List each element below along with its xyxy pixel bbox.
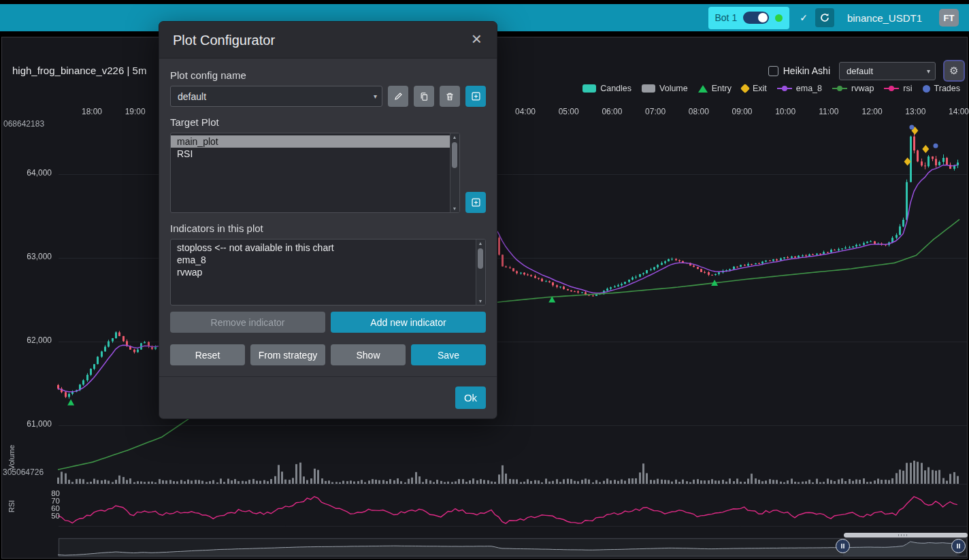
- exchange-account-label: binance_USDT1: [847, 12, 922, 24]
- indicator-item[interactable]: stoploss <-- not available in this chart: [171, 242, 485, 254]
- dialog-body: Plot config name default ▾: [159, 59, 497, 365]
- rvwap-legend-swatch-icon: [832, 88, 847, 89]
- scroll-down-icon[interactable]: ▼: [476, 299, 484, 303]
- dialog-footer: Ok: [159, 376, 497, 418]
- toggle-knob: [758, 13, 768, 22]
- ema_8-legend-swatch-icon: [777, 88, 792, 89]
- config-name-select[interactable]: default ▾: [170, 86, 382, 107]
- bot-name-label: Bot 1: [715, 12, 738, 23]
- plus-square-icon: [471, 91, 481, 101]
- scroll-up-icon[interactable]: ▲: [476, 241, 484, 246]
- remove-indicator-button[interactable]: Remove indicator: [170, 312, 325, 333]
- bot-toggle[interactable]: [743, 12, 769, 24]
- target-plot-item[interactable]: main_plot: [171, 135, 459, 148]
- config-name-label: Plot config name: [170, 69, 486, 81]
- checkbox-box[interactable]: [768, 66, 778, 76]
- dialog-title: Plot Configurator: [173, 33, 275, 48]
- list-scrollbar[interactable]: ▲ ▼: [476, 240, 485, 305]
- exit-legend-swatch-icon: [740, 84, 750, 93]
- candles-legend-swatch-icon: [582, 84, 596, 93]
- handle-grip-icon: [957, 544, 960, 548]
- bot-online-indicator: [775, 14, 783, 22]
- config-actions-row: Reset From strategy Show Save: [170, 344, 486, 365]
- plot-config-select-value: default: [847, 66, 873, 76]
- config-name-row: default ▾: [170, 86, 486, 107]
- chart-controls: Heikin Ashi default ▾ ⚙: [768, 61, 964, 80]
- pencil-icon: [393, 92, 403, 101]
- chart-scrollbar[interactable]: [844, 533, 968, 538]
- refresh-icon: [819, 12, 830, 23]
- add-config-button[interactable]: [465, 86, 486, 107]
- legend-item-Volume[interactable]: Volume: [642, 84, 688, 93]
- indicators-list[interactable]: stoploss <-- not available in this chart…: [170, 239, 486, 306]
- target-plot-list[interactable]: main_plotRSI ▲ ▼: [170, 133, 460, 213]
- from-strategy-button[interactable]: From strategy: [250, 344, 325, 365]
- reset-button[interactable]: Reset: [170, 344, 245, 365]
- copy-icon: [419, 92, 429, 101]
- entry-legend-swatch-icon: [698, 85, 708, 93]
- trades-legend-swatch-icon: [923, 85, 930, 93]
- datazoom-left-handle[interactable]: [836, 539, 850, 553]
- plus-square-icon: [471, 197, 481, 208]
- bot-selector[interactable]: Bot 1: [708, 7, 790, 29]
- refresh-button[interactable]: [815, 8, 834, 27]
- add-plot-button[interactable]: [465, 192, 486, 213]
- indicator-item[interactable]: rvwap: [171, 266, 485, 278]
- delete-config-button[interactable]: [440, 86, 460, 107]
- chart-legend: CandlesVolumeEntryExitema_8rvwaprsiTrade…: [582, 84, 960, 93]
- scroll-up-icon[interactable]: ▲: [450, 135, 459, 139]
- dialog-header: Plot Configurator ×: [159, 22, 497, 59]
- legend-item-rvwap[interactable]: rvwap: [832, 84, 874, 93]
- ok-button[interactable]: Ok: [455, 386, 486, 409]
- scroll-thumb[interactable]: [478, 248, 483, 269]
- legend-item-ema_8[interactable]: ema_8: [777, 84, 822, 93]
- save-button[interactable]: Save: [411, 344, 486, 365]
- scroll-thumb[interactable]: [452, 142, 457, 168]
- legend-item-Entry[interactable]: Entry: [698, 84, 732, 93]
- check-icon: ✓: [800, 12, 808, 23]
- heikin-ashi-checkbox[interactable]: Heikin Ashi: [768, 65, 830, 76]
- scrollbar-grip-icon: [898, 534, 908, 536]
- target-plot-row: main_plotRSI ▲ ▼: [170, 133, 486, 213]
- legend-label: rvwap: [851, 84, 874, 93]
- legend-label: Entry: [712, 84, 732, 93]
- heikin-ashi-label: Heikin Ashi: [783, 65, 830, 76]
- indicators-label: Indicators in this plot: [170, 223, 486, 234]
- config-name-select-value: default: [178, 91, 206, 102]
- legend-label: ema_8: [796, 84, 822, 93]
- show-button[interactable]: Show: [331, 344, 406, 365]
- chevron-down-icon: ▾: [374, 93, 377, 100]
- gear-icon: ⚙: [949, 65, 958, 77]
- legend-label: Candles: [600, 84, 631, 93]
- plot-settings-button[interactable]: ⚙: [945, 61, 964, 80]
- volume-legend-swatch-icon: [642, 84, 655, 93]
- legend-label: Trades: [934, 84, 960, 93]
- trash-icon: [445, 92, 455, 101]
- scroll-down-icon[interactable]: ▼: [450, 206, 459, 211]
- edit-config-button[interactable]: [388, 86, 408, 107]
- app-root: Bot 1 ✓ binance_USDT1 FT high_frog_binan…: [0, 0, 969, 560]
- handle-grip-icon: [841, 544, 844, 548]
- legend-item-Trades[interactable]: Trades: [923, 84, 960, 93]
- chevron-down-icon: ▾: [927, 67, 930, 75]
- rsi-legend-swatch-icon: [884, 88, 899, 89]
- target-plot-label: Target Plot: [170, 116, 486, 128]
- legend-label: Volume: [659, 84, 688, 93]
- target-plot-item[interactable]: RSI: [171, 148, 459, 160]
- plot-configurator-dialog: Plot Configurator × Plot config name def…: [159, 21, 497, 419]
- chart-title: high_frog_binance_v226 | 5m: [12, 65, 146, 76]
- add-new-indicator-button[interactable]: Add new indicator: [331, 312, 486, 333]
- duplicate-config-button[interactable]: [414, 86, 434, 107]
- legend-item-Candles[interactable]: Candles: [582, 84, 631, 93]
- legend-item-Exit[interactable]: Exit: [742, 84, 767, 93]
- legend-label: rsi: [903, 84, 912, 93]
- indicator-item[interactable]: ema_8: [171, 254, 485, 266]
- indicator-actions-row: Remove indicator Add new indicator: [170, 312, 486, 333]
- close-button[interactable]: ×: [467, 29, 486, 48]
- list-scrollbar[interactable]: ▲ ▼: [450, 133, 459, 212]
- legend-item-rsi[interactable]: rsi: [884, 84, 912, 93]
- datazoom-right-handle[interactable]: [951, 539, 966, 553]
- plot-config-select[interactable]: default ▾: [839, 62, 936, 80]
- user-avatar-button[interactable]: FT: [939, 9, 959, 27]
- legend-label: Exit: [753, 84, 767, 93]
